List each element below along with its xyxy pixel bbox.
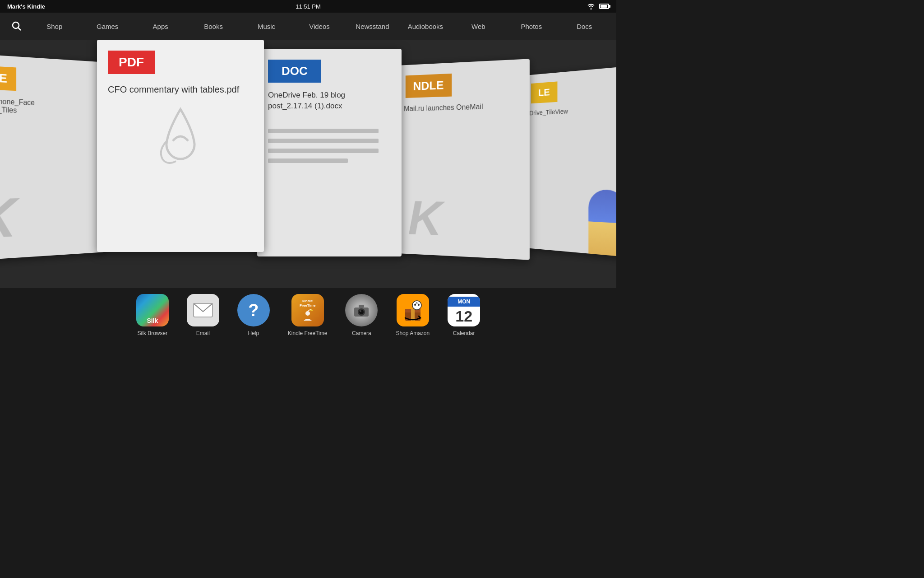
nav-apps[interactable]: Apps [134,13,187,40]
carousel: DLE dows_Phone_Faceok_Live_Tiles K PDF C… [0,40,616,288]
status-bar: Mark's Kindle 11:51 PM [0,0,616,13]
nav-videos[interactable]: Videos [293,13,346,40]
svg-point-0 [591,9,592,10]
card-title-right2: Mail.ru launches OneMail [395,94,529,120]
search-icon [12,21,22,31]
nav-games[interactable]: Games [81,13,134,40]
email-icon [187,294,219,326]
calendar-month: MON [448,297,480,307]
card-title-center: CFO commentary with tables.pdf [97,74,264,100]
doc-card-right3[interactable]: LE Drive_TileView [523,67,616,257]
pdf-acrobat-icon [97,100,264,172]
camera-icon [345,294,378,326]
doc-card-center[interactable]: PDF CFO commentary with tables.pdf [97,40,264,252]
content-area: DLE dows_Phone_Faceok_Live_Tiles K PDF C… [0,40,616,347]
battery-icon [599,4,609,9]
nav-newsstand[interactable]: Newsstand [346,13,399,40]
dock-label-email: Email [196,330,210,336]
nav-photos[interactable]: Photos [505,13,558,40]
dock-label-amazon: Shop Amazon [396,330,430,336]
dock-item-email[interactable]: Email [187,294,219,336]
card-badge-left1: DLE [0,65,16,91]
kindle-icon-left1: K [0,186,17,251]
calendar-icon: MON 12 [448,294,480,326]
doc-card-right2[interactable]: NDLE Mail.ru launches OneMail K [395,59,529,260]
nav-shop[interactable]: Shop [28,13,81,40]
amazon-icon [397,294,429,326]
silk-icon: Silk [136,294,169,326]
card-title-left1: dows_Phone_Faceok_Live_Tiles [0,89,104,124]
help-icon: ? [237,294,270,326]
nav-audiobooks[interactable]: Audiobooks [399,13,452,40]
svg-point-10 [360,310,361,312]
dock-item-freetime[interactable]: kindleFreeTime Kindle FreeTime [288,294,328,336]
card-badge-right2: NDLE [406,74,452,98]
dock-label-calendar: Calendar [453,330,475,336]
card-badge-right3: LE [531,81,558,103]
status-icons [587,3,609,9]
dock-label-silk: Silk Browser [138,330,168,336]
device-name: Mark's Kindle [7,3,45,10]
dock-item-silk[interactable]: Silk Silk Browser [136,294,169,336]
nav-music[interactable]: Music [240,13,293,40]
svg-rect-11 [359,305,364,308]
svg-point-1 [13,22,19,28]
card-badge-center: PDF [108,51,155,74]
calendar-date: 12 [455,307,472,324]
dock-item-calendar[interactable]: MON 12 Calendar [448,294,480,336]
character-figure [588,189,616,256]
search-button[interactable] [5,13,28,40]
dock-label-help: Help [248,330,259,336]
dock-item-amazon[interactable]: Shop Amazon [396,294,430,336]
doc-card-right1[interactable]: DOC OneDrive Feb. 19 blog post_2.17.14 (… [257,49,402,256]
card-title-right1: OneDrive Feb. 19 blog post_2.17.14 (1).d… [257,83,402,119]
svg-point-9 [359,310,364,314]
svg-rect-14 [411,309,415,321]
status-time: 11:51 PM [296,3,321,10]
wifi-icon [587,3,596,9]
nav-bar: Shop Games Apps Books Music Videos Newss… [0,13,616,40]
nav-books[interactable]: Books [187,13,240,40]
dock-label-camera: Camera [352,330,371,336]
doc-lines [257,119,402,173]
svg-point-4 [305,311,310,316]
dock: Silk Silk Browser Email ? Help kindl [0,288,616,347]
nav-web[interactable]: Web [452,13,505,40]
dock-label-freetime: Kindle FreeTime [288,330,328,336]
freetime-icon: kindleFreeTime [291,294,324,326]
kindle-icon-right2: K [408,189,442,247]
dock-item-help[interactable]: ? Help [237,294,270,336]
card-badge-right1: DOC [268,60,321,83]
svg-line-2 [18,28,21,30]
nav-docs[interactable]: Docs [558,13,611,40]
doc-card-left1[interactable]: DLE dows_Phone_Faceok_Live_Tiles K [0,53,104,261]
dock-item-camera[interactable]: Camera [345,294,378,336]
